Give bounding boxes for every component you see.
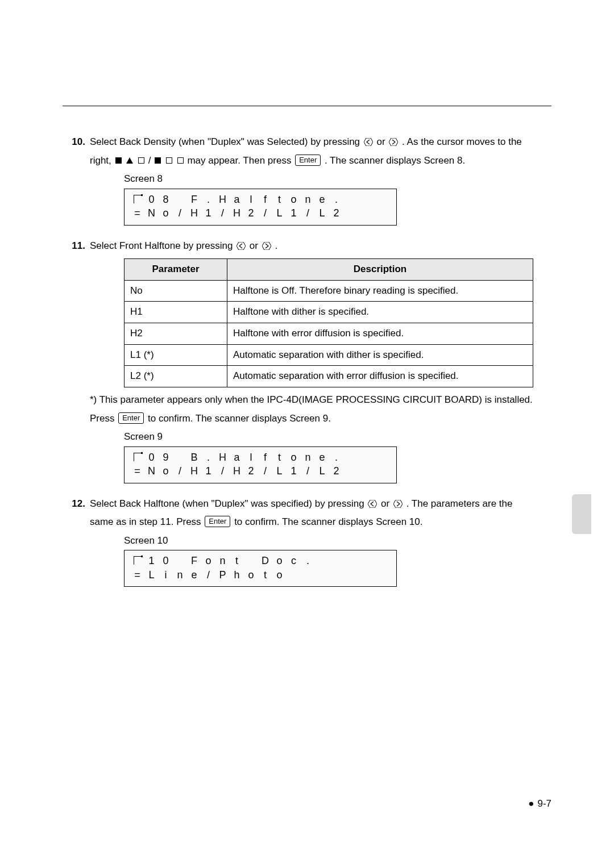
lcd-cell [329, 554, 343, 567]
text: Select Back Density (when "Duplex" was S… [90, 136, 363, 147]
text: . [275, 240, 277, 251]
lcd-cell: l [244, 193, 258, 206]
text: to confirm. The scanner displays Screen … [234, 516, 422, 527]
lcd-cell [343, 464, 358, 478]
lcd-row: =Line/Photo [130, 568, 391, 582]
lcd-cell: / [173, 464, 187, 478]
cursor-icon [134, 453, 141, 461]
lcd-cell [173, 193, 187, 206]
lcd-cell: a [230, 193, 244, 206]
lcd-cell: t [258, 568, 272, 582]
lcd-cell: / [301, 206, 315, 220]
text: or [381, 498, 392, 509]
lcd-cell: P [215, 568, 230, 582]
lcd-cell [244, 554, 258, 567]
lcd-cell: 2 [244, 464, 258, 478]
svg-marker-0 [364, 138, 373, 146]
lcd-cell: f [258, 193, 272, 206]
lcd-cell: = [130, 464, 144, 478]
svg-marker-3 [262, 242, 271, 250]
lcd-cell: o [287, 450, 301, 464]
chapter-thumb-tab [572, 494, 591, 534]
open-square-icon [138, 157, 144, 164]
lcd-cell: 1 [287, 464, 301, 478]
text: Select Back Halftone (when "Duplex" was … [90, 498, 367, 509]
lcd-cell: 0 [159, 554, 173, 567]
lcd-cell: H [215, 193, 230, 206]
lcd-cell: H [187, 464, 201, 478]
lcd-cell [315, 568, 329, 582]
page-number-text: 9-7 [537, 798, 551, 809]
lcd-cell: 2 [329, 206, 343, 220]
lcd-cell: 1 [201, 464, 215, 478]
lcd-cell: o [201, 554, 215, 567]
lcd-cell: L [144, 568, 159, 582]
description-cell: Halftone is Off. Therefore binary readin… [227, 280, 533, 302]
content-area: 10. Select Back Density (when "Duplex" w… [63, 135, 551, 600]
lcd-cell: F [187, 193, 201, 206]
lcd-cell: / [301, 464, 315, 478]
page: 10. Select Back Density (when "Duplex" w… [0, 0, 614, 868]
right-arrow-icon [392, 500, 404, 508]
lcd-cell: t [272, 450, 287, 464]
table-row: L2 (*)Automatic separation with error di… [125, 366, 533, 387]
cursor-icon [134, 195, 141, 203]
lcd-screen-10: 10FontDoc.=Line/Photo [124, 550, 397, 587]
step-body: Select Back Halftone (when "Duplex" was … [90, 497, 551, 601]
text: . As the cursor moves to the [402, 136, 522, 147]
right-arrow-icon [261, 242, 272, 250]
lcd-screen-9: 09B.Halftone.=No/H1/H2/L1/L2 [124, 446, 397, 483]
lcd-cell: n [301, 193, 315, 206]
lcd-cell: / [258, 464, 272, 478]
lcd-cell: . [201, 450, 215, 464]
lcd-cell [343, 193, 358, 206]
lcd-cell: . [201, 193, 215, 206]
lcd-cell: L [272, 464, 287, 478]
step-11: 11. Select Front Halftone by pressing or… [63, 239, 551, 497]
step11-text: Select Front Halftone by pressing or . [90, 239, 551, 253]
screen-label: Screen 9 [124, 430, 551, 444]
enter-key-icon: Enter [205, 516, 230, 527]
lcd-cell [173, 450, 187, 464]
lcd-cell: 2 [244, 206, 258, 220]
table-body: NoHalftone is Off. Therefore binary read… [125, 280, 533, 387]
step12-line2: same as in step 11. Press Enter to confi… [90, 515, 551, 529]
lcd-cell: L [315, 206, 329, 220]
filled-square-icon [115, 157, 122, 164]
lcd-cell: / [258, 206, 272, 220]
lcd-cell: H [230, 464, 244, 478]
lcd-cell [343, 206, 358, 220]
table-row: H1Halftone with dither is specified. [125, 302, 533, 323]
left-arrow-icon [363, 138, 374, 146]
lcd-cell: 2 [329, 464, 343, 478]
lcd-cell: n [215, 554, 230, 567]
lcd-cell: o [272, 554, 287, 567]
open-square-icon [177, 157, 184, 164]
lcd-cell: / [215, 464, 230, 478]
lcd-cell [343, 568, 358, 582]
lcd-cell [315, 554, 329, 567]
lcd-cell: o [159, 464, 173, 478]
lcd-cell: D [258, 554, 272, 567]
lcd-cell [130, 450, 144, 464]
lcd-cell [343, 554, 358, 567]
lcd-cell: H [230, 206, 244, 220]
lcd-cell: o [272, 568, 287, 582]
lcd-cell: f [258, 450, 272, 464]
lcd-cell: h [230, 568, 244, 582]
parameter-cell: L1 (*) [125, 344, 227, 366]
lcd-cell: t [230, 554, 244, 567]
lcd-cell: = [130, 568, 144, 582]
lcd-cell: 0 [144, 450, 159, 464]
parameter-table: Parameter Description NoHalftone is Off.… [124, 258, 533, 387]
lcd-cell: i [159, 568, 173, 582]
parameter-cell: H1 [125, 302, 227, 323]
lcd-cell: n [173, 568, 187, 582]
lcd-screen-8: 08F.Halftone.=No/H1/H2/L1/L2 [124, 189, 397, 226]
lcd-cell [173, 554, 187, 567]
lcd-cell: . [301, 554, 315, 567]
step-body: Select Back Density (when "Duplex" was S… [90, 135, 551, 239]
lcd-cell: L [315, 464, 329, 478]
svg-marker-5 [393, 500, 403, 508]
lcd-cell: 1 [201, 206, 215, 220]
